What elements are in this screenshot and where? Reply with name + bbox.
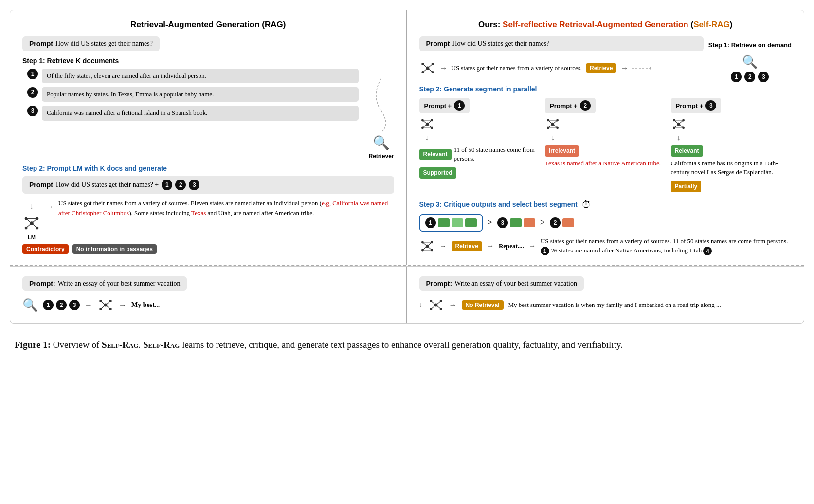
svg-line-73: [422, 242, 427, 246]
rank-3-box: 3: [497, 217, 535, 228]
bottom-left-nums: 1 2 3: [43, 300, 80, 310]
right-flow-arrow: →: [440, 64, 448, 72]
net-col2: [545, 116, 561, 132]
svg-line-64: [674, 124, 679, 128]
right-prompt-box: Prompt How did US states get their names…: [419, 36, 704, 51]
badge-partially-3: Partially: [671, 181, 702, 192]
right-step1-label: Step 1: Retrieve on demand: [708, 41, 792, 49]
right-step2-label: Step 2: Generate segment in parallel: [419, 85, 792, 93]
right-panel: Ours: Self-reflective Retrieval-Augmente…: [407, 10, 804, 265]
svg-line-85: [106, 301, 110, 306]
doc-text-1: Of the fifty states, eleven are named af…: [42, 69, 359, 83]
svg-line-54: [553, 124, 558, 128]
lm-label: LM: [28, 234, 36, 240]
right-panel-title: Ours: Self-reflective Retrieval-Augmente…: [419, 20, 792, 30]
rank3-block1: [510, 218, 522, 227]
net-final: [419, 238, 435, 254]
col2-num: 2: [580, 100, 591, 111]
doc-text-2: Popular names by states. In Texas, Emma …: [42, 87, 359, 102]
svg-line-16: [26, 219, 32, 224]
svg-line-98: [436, 305, 441, 309]
badge-no-info: No information in passages: [72, 244, 157, 254]
bottom-left-prompt-text: Write an essay of your best summer vacat…: [58, 280, 181, 288]
svg-line-17: [32, 219, 37, 224]
svg-line-27: [422, 64, 427, 69]
svg-line-41: [427, 120, 432, 124]
rank1-block3: [465, 218, 477, 227]
col1-text1: 11 of 50 state names come from persons.: [454, 145, 540, 163]
inline-num-3: 3: [189, 180, 199, 190]
step2-grid: Prompt + 1: [419, 98, 792, 192]
svg-line-65: [679, 124, 684, 128]
net-col1: [419, 116, 435, 132]
rank2-num: 2: [550, 217, 561, 228]
left-step1-label: Step 1: Retrieve K documents: [22, 57, 359, 65]
bottom-left-output: My best...: [131, 301, 160, 309]
prompt-plus-3: Prompt + 3: [671, 98, 722, 113]
final-inline-1: 1: [541, 247, 549, 255]
svg-line-95: [431, 301, 435, 306]
left-panel: Retrieval-Augmented Generation (RAG) Pro…: [10, 10, 407, 265]
left-prompt-box: Prompt How did US states get their names…: [22, 36, 160, 51]
final-output-text: US states got their names from a variety…: [541, 236, 792, 256]
bottom-right-flow: ↓ → No Retrieval My best summer vacat: [419, 297, 792, 313]
left-doc-list: 1 Of the fifty states, eleven are named …: [27, 69, 359, 121]
svg-line-52: [553, 120, 558, 124]
inline-num-1: 1: [162, 180, 172, 190]
svg-line-74: [427, 242, 432, 246]
repeat-label: Repeat....: [499, 242, 524, 250]
col1-num: 1: [454, 100, 465, 111]
rank-1-box: 1: [419, 214, 483, 232]
svg-line-63: [679, 120, 684, 124]
svg-line-30: [428, 68, 433, 72]
svg-line-62: [674, 120, 679, 124]
retriever-label: Retriever: [368, 153, 394, 160]
badge-irrelevant-2: Irrelevant: [545, 145, 579, 157]
svg-line-40: [422, 120, 427, 124]
no-retrieval-badge: No Retrieval: [462, 300, 504, 310]
right-flow-text: US states got their names from a variety…: [452, 64, 582, 72]
doc-item-1: 1 Of the fifty states, eleven are named …: [27, 69, 359, 83]
prompt-plus-1: Prompt + 1: [419, 98, 470, 113]
left-prompt2-label: Prompt: [29, 181, 53, 189]
svg-line-43: [427, 124, 432, 128]
svg-line-18: [26, 223, 32, 228]
svg-line-86: [101, 305, 106, 309]
right-step3-label: Step 3: Critique outputs and select best…: [419, 200, 578, 208]
doc-item-3: 3 California was named after a fictional…: [27, 106, 359, 120]
svg-line-28: [428, 64, 433, 69]
search-icon-right: 🔍: [742, 54, 758, 70]
circle-2-right: 2: [744, 72, 755, 82]
bottom-right-panel: Prompt: Write an essay of your best summ…: [407, 267, 804, 323]
badge-row-left: Contradictory No information in passages: [22, 244, 394, 254]
top-section: Retrieval-Augmented Generation (RAG) Pro…: [10, 10, 804, 266]
step3-area: Step 3: Critique outputs and select best…: [419, 199, 792, 256]
badge-relevant-1: Relevant: [419, 149, 452, 160]
figure-num: Figure 1:: [15, 340, 51, 350]
left-step2-label: Step 2: Prompt LM with K docs and genera…: [22, 164, 394, 172]
circles-row-right: 1 2 3: [731, 72, 769, 82]
badge-relevant-3: Relevant: [671, 145, 703, 157]
bottom-right-prompt-label: Prompt:: [426, 280, 452, 288]
col3-num: 3: [705, 100, 716, 111]
gt-2: >: [540, 217, 545, 228]
left-prompt2-box: Prompt How did US states get their names…: [22, 176, 394, 194]
figure-caption: Figure 1: Overview of Self-Rag. Self-Rag…: [10, 338, 804, 352]
net-bottom-right: [428, 297, 444, 313]
left-prompt-label: Prompt: [29, 40, 53, 48]
col2-content: Irrelevant Texas is named after a Native…: [545, 145, 666, 168]
network-icon-right: [419, 60, 436, 76]
final-output-row: → Retrieve → Repeat.... → US states got …: [419, 236, 792, 256]
dashed-arc: [369, 76, 393, 135]
inline-num-2: 2: [175, 180, 186, 190]
svg-line-84: [101, 301, 106, 306]
rank1-num: 1: [425, 217, 436, 228]
bottom-left-prompt-label: Prompt:: [29, 280, 55, 288]
right-prompt-label: Prompt: [426, 40, 450, 48]
bottom-section: Prompt: Write an essay of your best summ…: [10, 266, 804, 323]
svg-marker-34: [650, 66, 651, 70]
rank3-num: 3: [497, 217, 508, 228]
circle-1-right: 1: [731, 72, 742, 82]
lm-output-text: US states got their names from a variety…: [58, 198, 394, 217]
svg-line-96: [436, 301, 441, 306]
